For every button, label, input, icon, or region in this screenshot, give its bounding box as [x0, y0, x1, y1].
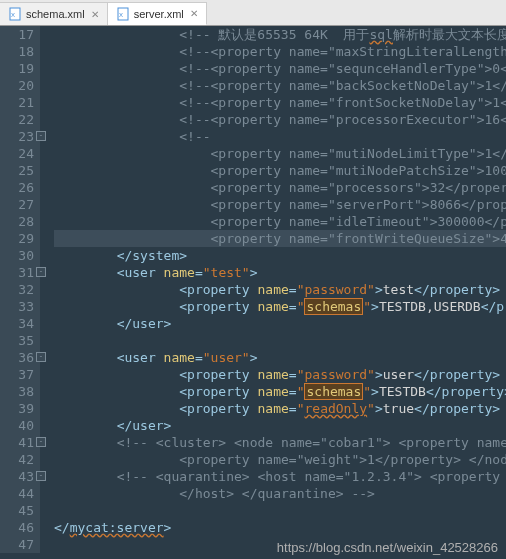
token: true: [383, 401, 414, 416]
code-line[interactable]: </mycat:server>: [54, 519, 506, 536]
code-line[interactable]: <property name="schemas">TESTDB,USERDB</…: [54, 298, 506, 315]
code-line[interactable]: <property name="mutiNodeLimitType">1</pr…: [54, 145, 506, 162]
token: ": [367, 401, 375, 416]
code-line[interactable]: <!--<property name="sequnceHandlerType">…: [54, 60, 506, 77]
code-line[interactable]: </user>: [54, 315, 506, 332]
token: <property name="processors">32</property…: [211, 180, 506, 195]
token: name: [258, 299, 289, 314]
editor: 17181920212223-2425262728293031-32333435…: [0, 26, 506, 553]
token: mycat:server: [70, 520, 164, 535]
code-line[interactable]: </user>: [54, 417, 506, 434]
token: </host> </quarantine> -->: [179, 486, 375, 501]
token: =: [195, 265, 203, 280]
token: <property: [179, 282, 257, 297]
token: test: [383, 282, 414, 297]
tab-label: schema.xml: [26, 8, 85, 20]
token: "test": [203, 265, 250, 280]
line-number: 27: [0, 196, 34, 213]
code-line[interactable]: [54, 332, 506, 349]
fold-icon[interactable]: -: [36, 437, 46, 447]
code-line[interactable]: <!--<property name="frontSocketNoDelay">…: [54, 94, 506, 111]
line-number: 39: [0, 400, 34, 417]
token: <!--: [179, 129, 210, 144]
token: ": [363, 384, 371, 399]
tab-schema-xml[interactable]: Xschema.xml✕: [0, 2, 108, 25]
token: <!--<property name="processorExecutor">1…: [179, 112, 506, 127]
code-line[interactable]: <user name="user">: [54, 349, 506, 366]
token: </user>: [117, 316, 172, 331]
code-line[interactable]: <property name="idleTimeout">300000</pro…: [54, 213, 506, 230]
code-line[interactable]: <!--: [54, 128, 506, 145]
code-line[interactable]: <!--<property name="processorExecutor">1…: [54, 111, 506, 128]
code-line[interactable]: <!--<property name="backSocketNoDelay">1…: [54, 77, 506, 94]
code-line[interactable]: <property name="password">user</property…: [54, 366, 506, 383]
token: sql: [369, 27, 392, 42]
token: <!-- <cluster> <node name="cobar1"> <pro…: [117, 435, 506, 450]
code-line[interactable]: <!-- <cluster> <node name="cobar1"> <pro…: [54, 434, 506, 451]
token: <!--<property name="maxStringLiteralLeng…: [179, 44, 506, 59]
token: <!-- 默认是65535 64K 用于: [179, 27, 369, 42]
token: TESTDB: [379, 384, 426, 399]
fold-icon[interactable]: -: [36, 471, 46, 481]
close-icon[interactable]: ✕: [91, 9, 99, 20]
code-line[interactable]: <property name="serverPort">8066</proper…: [54, 196, 506, 213]
token: "password": [297, 367, 375, 382]
code-line[interactable]: <property name="processors">32</property…: [54, 179, 506, 196]
token: >: [250, 265, 258, 280]
line-number: 30: [0, 247, 34, 264]
svg-text:X: X: [11, 12, 15, 18]
token: </property>: [426, 384, 506, 399]
watermark: https://blog.csdn.net/weixin_42528266: [277, 540, 498, 553]
line-number: 45: [0, 502, 34, 519]
line-number: 21: [0, 94, 34, 111]
code-area[interactable]: <!-- 默认是65535 64K 用于sql解析时最大文本长度 --> <!-…: [40, 26, 506, 553]
token: <user: [117, 350, 164, 365]
fold-icon[interactable]: -: [36, 352, 46, 362]
line-number: 25: [0, 162, 34, 179]
code-line[interactable]: <property name="password">test</property…: [54, 281, 506, 298]
token: name: [258, 384, 289, 399]
svg-text:X: X: [119, 12, 123, 18]
token: >: [375, 367, 383, 382]
token: name: [258, 401, 289, 416]
code-line[interactable]: <!-- <quarantine> <host name="1.2.3.4"> …: [54, 468, 506, 485]
line-number: 17: [0, 26, 34, 43]
line-number: 33: [0, 298, 34, 315]
code-line[interactable]: <property name="readOnly">true</property…: [54, 400, 506, 417]
line-number: 36-: [0, 349, 34, 366]
line-number: 37: [0, 366, 34, 383]
token: <property: [179, 384, 257, 399]
code-line[interactable]: <property name="weight">1</property> </n…: [54, 451, 506, 468]
token: <property name="weight">1</property> </n…: [179, 452, 506, 467]
line-number: 26: [0, 179, 34, 196]
line-number: 35: [0, 332, 34, 349]
token: "user": [203, 350, 250, 365]
code-line[interactable]: </host> </quarantine> -->: [54, 485, 506, 502]
fold-icon[interactable]: -: [36, 131, 46, 141]
token: </system>: [117, 248, 187, 263]
token: <property name="mutiNodePatchSize">100</…: [211, 163, 506, 178]
token: <property name="idleTimeout">300000</pro…: [211, 214, 506, 229]
gutter: 17181920212223-2425262728293031-32333435…: [0, 26, 40, 553]
code-line[interactable]: <!--<property name="maxStringLiteralLeng…: [54, 43, 506, 60]
fold-icon[interactable]: -: [36, 267, 46, 277]
token: </property>: [414, 282, 500, 297]
token: </property>: [481, 299, 506, 314]
code-line[interactable]: <property name="mutiNodePatchSize">100</…: [54, 162, 506, 179]
code-line[interactable]: <property name="frontWriteQueueSize">409…: [54, 230, 506, 247]
code-line[interactable]: </system>: [54, 247, 506, 264]
line-number: 32: [0, 281, 34, 298]
line-number: 24: [0, 145, 34, 162]
token: <!-- <quarantine> <host name="1.2.3.4"> …: [117, 469, 506, 484]
close-icon[interactable]: ✕: [190, 8, 198, 19]
code-line[interactable]: <!-- 默认是65535 64K 用于sql解析时最大文本长度 -->: [54, 26, 506, 43]
line-number: 22: [0, 111, 34, 128]
token: </: [54, 520, 70, 535]
line-number: 44: [0, 485, 34, 502]
code-line[interactable]: [54, 502, 506, 519]
token: >: [375, 401, 383, 416]
tab-server-xml[interactable]: Xserver.xml✕: [108, 2, 207, 25]
code-line[interactable]: <user name="test">: [54, 264, 506, 281]
token: <user: [117, 265, 164, 280]
code-line[interactable]: <property name="schemas">TESTDB</propert…: [54, 383, 506, 400]
